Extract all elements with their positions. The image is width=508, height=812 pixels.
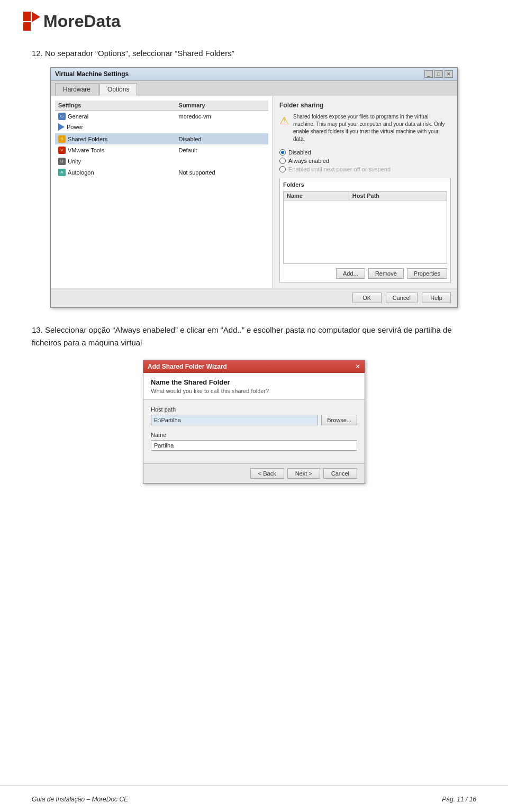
radio-disabled-circle	[279, 149, 286, 156]
maximize-button[interactable]: □	[434, 70, 443, 78]
settings-row-autologon[interactable]: A Autologon Not supported	[55, 167, 268, 178]
ok-button[interactable]: OK	[352, 293, 382, 303]
settings-row-general[interactable]: G General moredoc-vm	[55, 111, 268, 122]
vmware-settings-dialog: Virtual Machine Settings _ □ ✕ Hardware …	[50, 67, 458, 308]
settings-item-general: G General	[55, 111, 176, 122]
step13-text1: 13. Seleccionar opção “Always enabeled” …	[32, 325, 242, 334]
host-path-row: Browse...	[151, 415, 357, 425]
folders-table-body	[283, 200, 447, 264]
settings-summary-power	[176, 122, 268, 133]
unity-icon: U	[58, 158, 66, 165]
shared-folder-name-input[interactable]	[151, 440, 357, 451]
radio-until-poweroff[interactable]: Enabled until next power off or suspend	[279, 166, 451, 172]
step12-heading: 12. No separador “Options”, seleccionar …	[32, 49, 476, 58]
vmware-tools-icon: V	[58, 147, 66, 154]
general-icon: G	[58, 113, 66, 120]
shared-folders-icon: S	[58, 135, 66, 143]
footer-right-text: Pág. 11 / 16	[442, 796, 476, 803]
warning-icon: ⚠	[279, 114, 289, 143]
settings-summary-general: moredoc-vm	[176, 111, 268, 122]
summary-col-header: Summary	[176, 101, 268, 111]
wizard-title: Add Shared Folder Wizard	[148, 363, 227, 370]
vmware-options-panel: Folder sharing ⚠ Shared folders expose y…	[273, 96, 457, 288]
radio-always-label: Always enabled	[288, 158, 329, 164]
folder-sharing-title: Folder sharing	[279, 102, 451, 109]
browse-button[interactable]: Browse...	[321, 415, 357, 425]
cancel-button[interactable]: Cancel	[386, 293, 418, 303]
wizard-close-button[interactable]: ✕	[355, 363, 360, 370]
autologon-icon: A	[58, 169, 66, 176]
warning-text: Shared folders expose your files to prog…	[293, 113, 451, 143]
wizard-footer: < Back Next > Cancel	[143, 463, 365, 483]
folders-name-header: Name	[284, 191, 349, 200]
close-button[interactable]: ✕	[444, 70, 453, 78]
svg-marker-0	[23, 12, 31, 21]
wizard-header: Name the Shared Folder What would you li…	[143, 373, 365, 400]
next-button[interactable]: Next >	[287, 468, 320, 479]
host-path-label: Host path	[151, 406, 357, 413]
folders-section-title: Folders	[283, 181, 447, 188]
power-icon	[58, 123, 65, 131]
logo: MoreData	[21, 10, 121, 33]
vmware-tabs: Hardware Options	[51, 81, 457, 96]
properties-folder-button[interactable]: Properties	[407, 268, 447, 279]
add-shared-folder-wizard: Add Shared Folder Wizard ✕ Name the Shar…	[143, 360, 365, 483]
host-path-input[interactable]	[151, 415, 318, 425]
settings-item-shared: S Shared Folders	[55, 133, 176, 144]
folders-section: Folders Name Host Path Add... Remove	[279, 178, 451, 282]
settings-table: Settings Summary G General	[55, 101, 268, 178]
tab-options[interactable]: Options	[99, 83, 137, 96]
settings-row-shared-folders[interactable]: S Shared Folders Disabled	[55, 133, 268, 144]
add-folder-button[interactable]: Add...	[336, 268, 365, 279]
folders-action-buttons: Add... Remove Properties	[283, 268, 447, 279]
moredata-logo-icon	[21, 10, 41, 33]
name-row	[151, 440, 357, 451]
vmware-dialog-title: Virtual Machine Settings	[55, 70, 129, 78]
settings-item-vmware: V VMware Tools	[55, 144, 176, 156]
radio-poweroff-circle	[279, 166, 286, 172]
warning-box: ⚠ Shared folders expose your files to pr…	[279, 113, 451, 143]
logo-text: MoreData	[43, 12, 121, 31]
name-label: Name	[151, 432, 357, 438]
wizard-cancel-button[interactable]: Cancel	[323, 468, 357, 479]
wizard-title-bar: Add Shared Folder Wizard ✕	[143, 360, 365, 373]
wizard-header-title: Name the Shared Folder	[151, 378, 357, 386]
settings-summary-shared: Disabled	[176, 133, 268, 144]
settings-col-header: Settings	[55, 101, 176, 111]
settings-summary-unity	[176, 156, 268, 167]
wizard-header-sub: What would you like to call this shared …	[151, 388, 357, 394]
minimize-button[interactable]: _	[424, 70, 433, 78]
radio-disabled[interactable]: Disabled	[279, 149, 451, 156]
remove-folder-button[interactable]: Remove	[368, 268, 404, 279]
vmware-dialog-footer: OK Cancel Help	[51, 288, 457, 307]
header: MoreData	[0, 0, 508, 38]
vmware-settings-panel: Settings Summary G General	[51, 96, 273, 288]
main-content: 12. No separador “Options”, seleccionar …	[0, 38, 508, 542]
help-button[interactable]: Help	[422, 293, 451, 303]
settings-row-unity[interactable]: U Unity	[55, 156, 268, 167]
svg-marker-2	[32, 12, 40, 22]
radio-always-circle	[279, 158, 286, 164]
settings-item-unity: U Unity	[55, 156, 176, 167]
title-bar-buttons: _ □ ✕	[424, 70, 453, 78]
folders-table: Name Host Path	[283, 191, 447, 200]
svg-marker-1	[23, 22, 31, 31]
radio-disabled-label: Disabled	[288, 149, 311, 156]
settings-item-autologon: A Autologon	[55, 167, 176, 178]
settings-summary-vmware: Default	[176, 144, 268, 156]
settings-summary-autologon: Not supported	[176, 167, 268, 178]
radio-always-enabled[interactable]: Always enabled	[279, 158, 451, 164]
tab-hardware[interactable]: Hardware	[55, 83, 98, 96]
vmware-dialog-body: Settings Summary G General	[51, 96, 457, 288]
wizard-body: Host path Browse... Name	[143, 400, 365, 463]
back-button[interactable]: < Back	[250, 468, 284, 479]
step13-paragraph: 13. Seleccionar opção “Always enabeled” …	[32, 324, 476, 349]
settings-item-power: Power	[55, 122, 176, 133]
folder-sharing-radio-group: Disabled Always enabled Enabled until ne…	[279, 149, 451, 172]
radio-poweroff-label: Enabled until next power off or suspend	[288, 166, 391, 172]
vmware-title-bar: Virtual Machine Settings _ □ ✕	[51, 68, 457, 81]
settings-row-power[interactable]: Power	[55, 122, 268, 133]
footer-left-text: Guia de Instalação – MoreDoc CE	[32, 796, 128, 803]
page-footer: Guia de Instalação – MoreDoc CE Pág. 11 …	[0, 786, 508, 812]
settings-row-vmware-tools[interactable]: V VMware Tools Default	[55, 144, 268, 156]
